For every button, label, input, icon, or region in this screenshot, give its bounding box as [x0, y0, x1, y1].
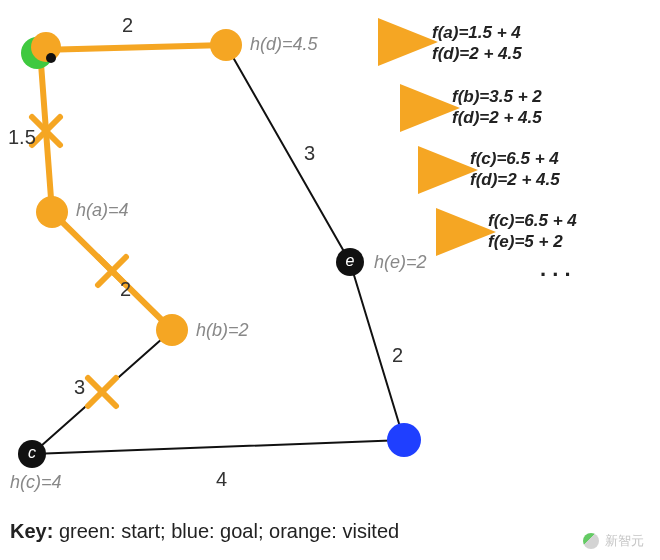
node-letter-e: e: [342, 252, 358, 270]
edge-weight-start-d: 2: [122, 14, 133, 37]
f-values-step-2: f(b)=3.5 + 2 f(d)=2 + 4.5: [452, 86, 542, 129]
f-values-step-1: f(a)=1.5 + 4 f(d)=2 + 4.5: [432, 22, 522, 65]
node-letter-c: c: [24, 444, 40, 462]
node-label-a: h(a)=4: [76, 200, 129, 221]
edge-weight-d-e: 3: [304, 142, 315, 165]
legend-key: Key: green: start; blue: goal; orange: v…: [10, 520, 399, 543]
node-label-b: h(b)=2: [196, 320, 249, 341]
edge-weight-start-a: 1.5: [8, 126, 36, 149]
svg-point-21: [156, 314, 188, 346]
diagram-stage: 2 1.5 2 3 4 3 2 h(d)=4.5 h(a)=4 h(b)=2 h…: [0, 0, 660, 560]
watermark: 新智元: [583, 532, 644, 550]
f-values-step-3: f(c)=6.5 + 4 f(d)=2 + 4.5: [470, 148, 560, 191]
edge-weight-a-b: 2: [120, 278, 131, 301]
edge-weight-b-c: 3: [74, 376, 85, 399]
svg-point-19: [36, 196, 68, 228]
svg-line-11: [226, 45, 350, 262]
svg-point-15: [46, 53, 56, 63]
node-label-d: h(d)=4.5: [250, 34, 318, 55]
node-label-e: h(e)=2: [374, 252, 427, 273]
svg-point-17: [210, 29, 242, 61]
f-values-step-4: f(c)=6.5 + 4 f(e)=5 + 2: [488, 210, 577, 253]
svg-point-14: [31, 32, 61, 62]
svg-line-10: [32, 440, 404, 454]
watermark-text: 新智元: [605, 532, 644, 550]
ellipsis: . . .: [540, 256, 571, 282]
watermark-icon: [583, 533, 599, 549]
legend-key-label: Key:: [10, 520, 53, 542]
edge-weight-c-goal: 4: [216, 468, 227, 491]
svg-point-24: [387, 423, 421, 457]
edge-weight-e-goal: 2: [392, 344, 403, 367]
legend-key-text: green: start; blue: goal; orange: visite…: [59, 520, 399, 542]
svg-line-0: [40, 45, 226, 50]
node-label-c: h(c)=4: [10, 472, 62, 493]
